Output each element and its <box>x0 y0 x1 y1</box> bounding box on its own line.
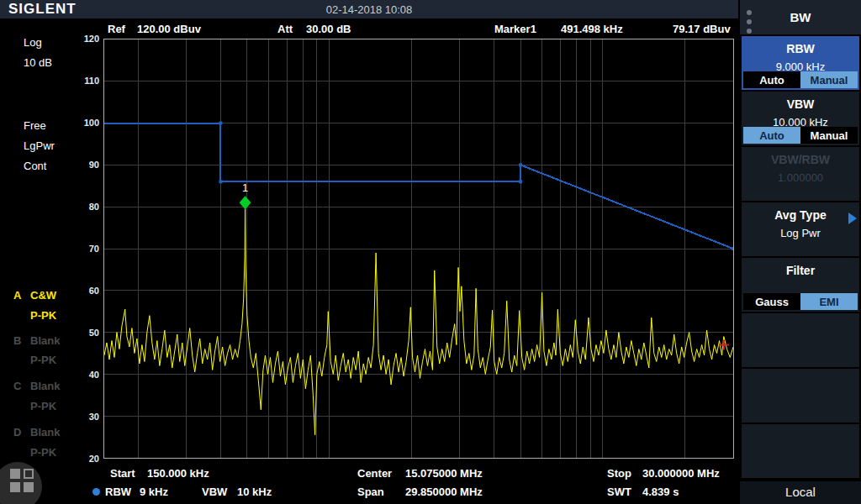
span-label: Span <box>357 486 384 498</box>
trace-a-id: A <box>13 289 30 302</box>
y-tick-label: 90 <box>74 160 99 170</box>
softkey-rbw[interactable]: RBW 9.000 kHz Auto Manual <box>742 36 859 90</box>
vbw-auto-manual-toggle: Auto Manual <box>743 127 858 144</box>
trace-d-status: DBlank <box>13 426 98 438</box>
trace-d-detector: P-PK <box>30 446 114 459</box>
att-label: Att <box>277 23 293 35</box>
ref-label: Ref <box>108 23 125 35</box>
trace-c-id: C <box>13 380 30 392</box>
y-tick-label: 50 <box>74 328 99 338</box>
limit-line-vertex <box>519 163 522 166</box>
trace-c-detector: P-PK <box>30 400 114 412</box>
trace-c-status: CBlank <box>13 380 98 392</box>
rbw-softkey-label: RBW <box>742 42 859 55</box>
swt-value: 4.839 s <box>642 486 679 498</box>
marker-amplitude: 79.17 dBuv <box>673 23 731 35</box>
status-row: Ref 120.00 dBuv Att 30.00 dB Marker1 491… <box>0 23 738 37</box>
marker-number: 1 <box>242 181 248 194</box>
trace-a-detector: P-PK <box>30 309 114 322</box>
trace-b-mode: Blank <box>30 334 60 347</box>
rbw-auto-manual-toggle: Auto Manual <box>743 71 858 88</box>
vbw-value: 10 kHz <box>237 486 272 498</box>
spectrum-plot: 1 <box>103 39 734 459</box>
trace-a-line <box>104 207 733 434</box>
menu-title: BW <box>740 10 861 24</box>
limit-line-vertex <box>219 180 222 183</box>
y-tick-label: 80 <box>74 202 99 212</box>
vbw-rbw-label: VBW/RBW <box>742 153 859 166</box>
limit-line <box>104 123 733 249</box>
y-tick-label: 120 <box>74 34 99 44</box>
trigger-mode-label: Free <box>24 119 46 132</box>
start-label: Start <box>110 467 135 480</box>
vbw-auto-option[interactable]: Auto <box>743 127 800 144</box>
limit-line-vertex <box>519 180 522 183</box>
softkey-empty <box>742 424 859 478</box>
start-value: 150.000 kHz <box>147 467 209 480</box>
y-tick-label: 60 <box>74 286 99 296</box>
avg-type-label: Avg Type <box>742 208 859 222</box>
rbw-auto-option[interactable]: Auto <box>743 71 800 88</box>
spectrum-plot-svg: 1 <box>104 39 733 458</box>
y-tick-label: 30 <box>74 412 99 422</box>
grid-square-icon <box>24 482 34 492</box>
marker-frequency: 491.498 kHz <box>561 23 623 35</box>
center-value: 15.075000 MHz <box>405 467 483 480</box>
y-tick-label: 70 <box>74 244 99 254</box>
softkey-menu: BW RBW 9.000 kHz Auto Manual VBW 10.000 … <box>740 0 861 504</box>
grid-square-outline-icon <box>24 469 34 479</box>
local-status: Local <box>740 481 861 504</box>
trace-c-mode: Blank <box>30 380 60 392</box>
rbw-indicator-icon <box>92 488 100 496</box>
filter-gauss-option[interactable]: Gauss <box>743 293 800 310</box>
trace-d-mode: Blank <box>30 426 60 438</box>
softkey-empty <box>742 313 859 367</box>
vbw-manual-option[interactable]: Manual <box>800 127 858 144</box>
y-tick-label: 40 <box>74 370 99 380</box>
span-value: 29.850000 MHz <box>405 486 483 498</box>
trace-d-id: D <box>13 426 30 438</box>
softkey-menu-header: BW <box>740 0 861 34</box>
marker-label: Marker1 <box>494 23 536 35</box>
softkey-filter[interactable]: Filter Gauss EMI <box>742 258 859 312</box>
spectrum-analyzer-screen: SIGLENT 02-14-2018 10:08 Ref 120.00 dBuv… <box>0 0 861 504</box>
trace-b-id: B <box>13 334 30 347</box>
rbw-value: 9 kHz <box>140 486 168 498</box>
trace-b-detector: P-PK <box>30 354 114 366</box>
scale-div-label: 10 dB <box>24 56 52 69</box>
avg-type-value: Log Pwr <box>742 227 859 239</box>
softkey-vbw[interactable]: VBW 10.000 kHz Auto Manual <box>742 92 859 145</box>
ref-value: 120.00 dBuv <box>137 23 201 35</box>
vbw-rbw-value: 1.000000 <box>742 171 859 184</box>
limit-line-vertex <box>219 122 222 125</box>
grid-square-icon <box>10 469 20 479</box>
trace-a-mode: C&W <box>30 289 56 302</box>
stop-label: Stop <box>607 467 631 480</box>
scale-type-label: Log <box>24 36 42 49</box>
stop-value: 30.000000 MHz <box>642 467 720 480</box>
rbw-label: RBW <box>105 486 131 498</box>
limit-line-vertex <box>732 247 733 250</box>
filter-toggle: Gauss EMI <box>743 293 858 310</box>
top-bar: SIGLENT 02-14-2018 10:08 <box>0 0 738 18</box>
vbw-softkey-label: VBW <box>742 97 859 111</box>
submenu-arrow-icon <box>848 213 857 224</box>
softkey-vbw-rbw-ratio: VBW/RBW 1.000000 <box>742 147 859 201</box>
footer-readout: Start 150.000 kHz Center 15.075000 MHz S… <box>0 460 738 504</box>
datetime: 02-14-2018 10:08 <box>0 3 738 16</box>
vbw-label: VBW <box>202 486 227 498</box>
softkey-empty <box>742 369 859 423</box>
swt-label: SWT <box>607 486 631 498</box>
marker-diamond[interactable] <box>240 196 251 209</box>
filter-emi-option[interactable]: EMI <box>800 293 858 310</box>
att-value: 30.00 dB <box>306 23 351 35</box>
filter-label: Filter <box>742 264 859 277</box>
rbw-manual-option[interactable]: Manual <box>800 71 858 88</box>
center-label: Center <box>357 467 392 480</box>
softkey-avg-type[interactable]: Avg Type Log Pwr <box>742 202 859 256</box>
sweep-mode-label: Cont <box>24 160 46 172</box>
grid-square-icon <box>10 482 20 492</box>
y-tick-label: 110 <box>74 76 99 86</box>
avg-mode-label: LgPwr <box>24 139 55 152</box>
y-tick-label: 100 <box>74 118 99 128</box>
